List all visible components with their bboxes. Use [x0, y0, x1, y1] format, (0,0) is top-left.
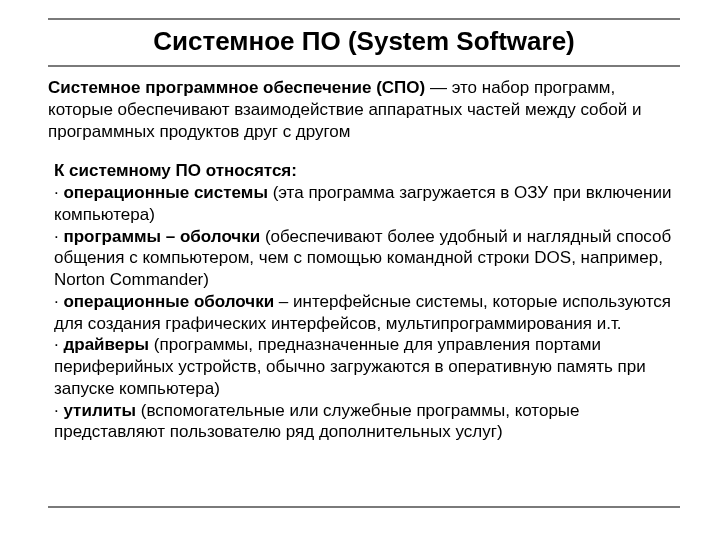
list-item-term: операционные системы: [63, 183, 267, 202]
intro-paragraph: Системное программное обеспечение (СПО) …: [48, 77, 680, 142]
list-heading: К системному ПО относятся:: [54, 161, 297, 180]
intro-lead-bold: Системное программное обеспечение (СПО): [48, 78, 425, 97]
list-item-term: драйверы: [63, 335, 149, 354]
list-item: · утилиты (вспомогательные или служебные…: [54, 400, 680, 444]
divider-under-title: [48, 65, 680, 67]
slide-title: Системное ПО (System Software): [48, 26, 680, 57]
list-item: · операционные системы (эта программа за…: [54, 182, 680, 226]
list-item: · драйверы (программы, предназначенные д…: [54, 334, 680, 399]
list-item: · операционные оболочки – интерфейсные с…: [54, 291, 680, 335]
divider-bottom: [48, 506, 680, 508]
divider-top: [48, 18, 680, 20]
list-item: · программы – оболочки (обеспечивают бол…: [54, 226, 680, 291]
list-item-term: утилиты: [63, 401, 136, 420]
list-block: К системному ПО относятся: · операционны…: [48, 160, 680, 443]
list-item-term: программы – оболочки: [63, 227, 260, 246]
list-item-term: операционные оболочки: [63, 292, 274, 311]
slide: Системное ПО (System Software) Системное…: [0, 0, 720, 540]
